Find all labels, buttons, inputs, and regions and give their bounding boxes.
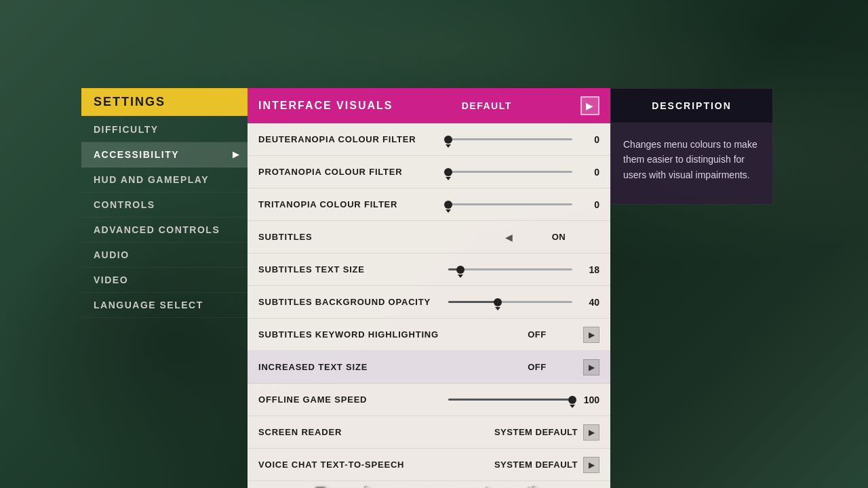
setting-control-tritanopia[interactable]: 0 — [448, 199, 599, 210]
setting-label-screen-reader: SCREEN READER — [258, 427, 448, 437]
slider-value-subtitles-text-size: 18 — [579, 264, 599, 275]
sidebar-item-language-select[interactable]: LANGUAGE SELECT — [81, 293, 248, 318]
voice-chat-tts-value: SYSTEM DEFAULT — [494, 460, 578, 470]
description-panel: DESCRIPTION Changes menu colours to make… — [610, 88, 773, 488]
content-header-title: INTERFACE VISUALS — [258, 100, 393, 112]
description-header: DESCRIPTION — [610, 88, 773, 123]
increased-text-size-arrow[interactable]: ▶ — [583, 359, 599, 375]
content-panel: INTERFACE VISUALS DEFAULT ▶ DEUTERANOPIA… — [248, 88, 610, 488]
subtitles-value: ON — [518, 232, 599, 242]
slider-value-subtitles-bg-opacity: 40 — [579, 297, 599, 308]
setting-control-subtitles-bg-opacity[interactable]: 40 — [448, 297, 599, 308]
setting-control-subtitles[interactable]: ◀ ON — [448, 232, 599, 243]
setting-control-offline-game-speed[interactable]: 100 — [448, 394, 599, 405]
setting-row-offline-game-speed: OFFLINE GAME SPEED 100 — [248, 384, 610, 416]
setting-label-subtitles: SUBTITLES — [258, 232, 448, 242]
keyword-highlighting-arrow[interactable]: ▶ — [583, 327, 599, 343]
content-header-arrow-button[interactable]: ▶ — [580, 96, 599, 115]
sidebar-item-advanced-controls[interactable]: ADVANCED CONTROLS — [81, 218, 248, 243]
setting-label-deuteranopia: DEUTERANOPIA COLOUR FILTER — [258, 134, 448, 144]
sidebar-item-difficulty[interactable]: DIFFICULTY — [81, 117, 248, 142]
subtitles-left-arrow[interactable]: ◀ — [505, 232, 513, 243]
content-header-default-label: DEFAULT — [462, 100, 512, 111]
setting-control-subtitles-text-size[interactable]: 18 — [448, 264, 599, 275]
screen-reader-arrow[interactable]: ▶ — [583, 424, 599, 441]
keyword-highlighting-value: OFF — [496, 329, 578, 340]
setting-label-subtitles-bg-opacity: SUBTITLES BACKGROUND OPACITY — [258, 297, 448, 307]
setting-control-deuteranopia[interactable]: 0 — [448, 134, 599, 145]
setting-row-protanopia: PROTANOPIA COLOUR FILTER 0 — [248, 156, 610, 188]
content-header: INTERFACE VISUALS DEFAULT ▶ — [248, 88, 610, 123]
setting-row-tritanopia: TRITANOPIA COLOUR FILTER 0 — [248, 188, 610, 221]
setting-label-protanopia: PROTANOPIA COLOUR FILTER — [258, 167, 448, 177]
setting-control-protanopia[interactable]: 0 — [448, 167, 599, 178]
settings-list: DEUTERANOPIA COLOUR FILTER 0 — [248, 123, 610, 488]
sidebar-item-audio[interactable]: AUDIO — [81, 243, 248, 268]
slider-value-tritanopia: 0 — [579, 199, 599, 210]
sidebar-item-controls[interactable]: CONTROLS — [81, 192, 248, 218]
setting-control-keyword-highlighting[interactable]: OFF ▶ — [448, 327, 599, 343]
setting-row-voice-chat-tts: VOICE CHAT TEXT-TO-SPEECH SYSTEM DEFAULT… — [248, 449, 610, 481]
description-body: Changes menu colours to make them easier… — [610, 123, 773, 205]
setting-control-screen-reader[interactable]: SYSTEM DEFAULT ▶ — [448, 424, 599, 441]
setting-row-subtitles-text-size: SUBTITLES TEXT SIZE 18 — [248, 253, 610, 286]
sidebar-item-video[interactable]: VIDEO — [81, 268, 248, 293]
setting-label-offline-game-speed: OFFLINE GAME SPEED — [258, 394, 448, 405]
slider-value-protanopia: 0 — [579, 167, 599, 178]
setting-label-tritanopia: TRITANOPIA COLOUR FILTER — [258, 199, 448, 209]
setting-label-subtitles-text-size: SUBTITLES TEXT SIZE — [258, 264, 448, 274]
slider-value-offline-game-speed: 100 — [579, 394, 599, 405]
setting-row-subtitles-bg-opacity: SUBTITLES BACKGROUND OPACITY 40 — [248, 286, 610, 319]
setting-label-voice-chat-tts: VOICE CHAT TEXT-TO-SPEECH — [258, 460, 448, 470]
setting-label-keyword-highlighting: SUBTITLES KEYWORD HIGHLIGHTING — [258, 329, 448, 340]
sidebar-item-accessibility[interactable]: ACCESSIBILITY — [81, 142, 248, 167]
setting-row-screen-reader: SCREEN READER SYSTEM DEFAULT ▶ — [248, 416, 610, 449]
voice-chat-tts-arrow[interactable]: ▶ — [583, 457, 599, 473]
subtitle-caption: From here, you can tune theaccessibility… — [0, 484, 868, 488]
setting-control-voice-chat-tts[interactable]: SYSTEM DEFAULT ▶ — [448, 457, 599, 473]
setting-control-increased-text-size[interactable]: OFF ▶ — [448, 359, 599, 375]
sidebar-item-hud-gameplay[interactable]: HUD AND GAMEPLAY — [81, 167, 248, 192]
setting-row-subtitles: SUBTITLES ◀ ON — [248, 221, 610, 253]
setting-row-deuteranopia: DEUTERANOPIA COLOUR FILTER 0 — [248, 123, 610, 156]
screen-reader-value: SYSTEM DEFAULT — [494, 427, 578, 437]
setting-label-increased-text-size: INCREASED TEXT SIZE — [258, 362, 448, 372]
setting-row-increased-text-size: INCREASED TEXT SIZE OFF ▶ — [248, 351, 610, 384]
setting-row-keyword-highlighting: SUBTITLES KEYWORD HIGHLIGHTING OFF ▶ — [248, 319, 610, 351]
sidebar: SETTINGS DIFFICULTY ACCESSIBILITY HUD AN… — [81, 88, 248, 318]
settings-title: SETTINGS — [81, 88, 248, 116]
slider-value-deuteranopia: 0 — [579, 134, 599, 145]
increased-text-size-value: OFF — [496, 362, 578, 372]
